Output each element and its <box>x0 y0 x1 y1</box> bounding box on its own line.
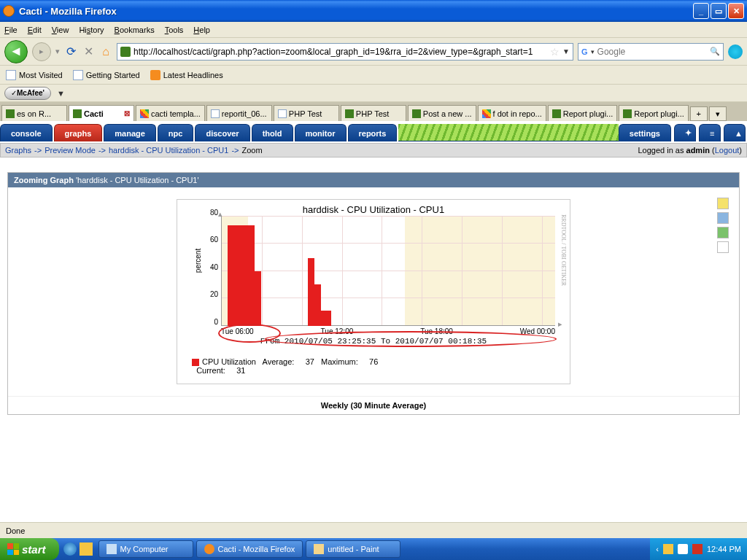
clock[interactable]: 12:44 PM <box>707 545 741 553</box>
window-title: Cacti - Mozilla Firefox <box>19 6 693 17</box>
cacti-icon <box>412 109 421 118</box>
ytick: 20 <box>201 290 218 298</box>
cacti-tab-console[interactable]: console <box>0 124 53 141</box>
tab-post-new[interactable]: Post a new ... <box>408 105 476 121</box>
mcafee-bar: ✓ McAfee' ▼ <box>0 85 747 102</box>
titlebar: Cacti - Mozilla Firefox _ ▭ ✕ <box>0 0 747 22</box>
nav-toolbar: ◄ ▸ ▾ ⟳ ✕ ⌂ ☆ ▼ G ▾ 🔍 <box>0 38 747 66</box>
bookmark-most-visited[interactable]: Most Visited <box>6 70 63 80</box>
close-button[interactable]: ✕ <box>728 3 744 19</box>
crumb-graphs[interactable]: Graphs <box>5 146 31 155</box>
bookmark-star-icon[interactable]: ☆ <box>550 46 560 58</box>
cacti-tab-manage[interactable]: manage <box>104 124 156 141</box>
graph-legend: CPU Utilization Average: 37 Maximum: 76 … <box>177 351 570 384</box>
tray-icon[interactable] <box>663 544 673 554</box>
cacti-icon-button-3[interactable]: ▲ <box>724 124 746 141</box>
tab-php-test-2[interactable]: PHP Test <box>341 105 406 121</box>
cacti-tab-monitor[interactable]: monitor <box>295 124 347 141</box>
menu-view[interactable]: View <box>52 26 69 34</box>
back-button[interactable]: ◄ <box>4 40 28 63</box>
zoom-header: Zooming Graph 'harddisk - CPU Utilizatio… <box>8 173 739 187</box>
crumb-harddisk[interactable]: harddisk - CPU Utilization - CPU1 <box>109 146 228 155</box>
tray-icon[interactable] <box>678 544 688 554</box>
new-tab-button[interactable]: + <box>690 106 708 121</box>
url-input[interactable] <box>133 47 547 57</box>
google-icon <box>482 109 491 118</box>
cacti-tab-graphs[interactable]: graphs <box>54 124 103 141</box>
cacti-tab-discover[interactable]: discover <box>195 124 249 141</box>
tab-close-icon[interactable]: ⊠ <box>124 109 130 117</box>
csv-icon[interactable] <box>717 227 729 238</box>
quick-launch <box>59 542 97 556</box>
menu-edit[interactable]: Edit <box>28 26 42 34</box>
cacti-tab-reports[interactable]: reports <box>348 124 398 141</box>
skype-icon[interactable] <box>728 44 743 59</box>
ytick: 80 <box>201 208 218 216</box>
tab-report-plugi-1[interactable]: Report plugi... <box>548 105 617 121</box>
maximize-button[interactable]: ▭ <box>711 3 727 19</box>
cacti-nav-spacer <box>398 124 618 141</box>
explorer-icon[interactable] <box>80 542 93 556</box>
tab-php-test-1[interactable]: PHP Test <box>274 105 339 121</box>
bookmark-latest-headlines[interactable]: Latest Headlines <box>150 70 223 80</box>
cacti-tab-settings[interactable]: settings <box>619 124 671 141</box>
firefox-icon <box>3 5 15 17</box>
task-paint[interactable]: untitled - Paint <box>306 540 400 558</box>
zoom-icon[interactable] <box>717 212 729 224</box>
task-firefox[interactable]: Cacti - Mozilla Firefox <box>196 540 303 558</box>
ytick: 60 <box>201 236 218 244</box>
tab-es-on-r[interactable]: es on R... <box>1 105 67 121</box>
cacti-icon-button-2[interactable]: ≡ <box>699 124 721 141</box>
breadcrumb: Graphs-> Preview Mode-> harddisk - CPU U… <box>0 143 747 158</box>
menu-tools[interactable]: Tools <box>165 26 184 34</box>
cacti-icon <box>345 109 354 118</box>
tab-cacti[interactable]: Cacti⊠ <box>69 105 134 121</box>
tray-icon[interactable] <box>692 544 703 554</box>
start-button[interactable]: start <box>0 538 59 560</box>
tab-bar: es on R... Cacti⊠ cacti templa... report… <box>0 102 747 121</box>
mcafee-dropdown-icon[interactable]: ▼ <box>57 89 65 98</box>
crumb-preview[interactable]: Preview Mode <box>44 146 96 155</box>
graph[interactable]: harddisk - CPU Utilization - CPU1 RRDTOO… <box>177 199 570 384</box>
login-status: Logged in as admin (Logout) <box>638 146 742 155</box>
tab-f-dot[interactable]: f dot in repo... <box>478 105 546 121</box>
reload-button[interactable]: ⟳ <box>64 44 77 58</box>
url-bar[interactable]: ☆ ▼ <box>117 43 573 61</box>
x-axis: Tue 06:00Tue 12:00Tue 18:00Wed 00:00 <box>177 326 570 335</box>
forward-button[interactable]: ▸ <box>32 42 51 61</box>
cacti-icon-button-1[interactable]: ✦ <box>674 124 696 141</box>
minimize-button[interactable]: _ <box>693 3 709 19</box>
search-bar[interactable]: G ▾ 🔍 <box>578 43 724 61</box>
status-bar: Done <box>0 522 747 538</box>
tab-reportit[interactable]: reportit_06... <box>206 105 272 121</box>
stop-button[interactable]: ✕ <box>82 44 95 58</box>
url-dropdown-icon[interactable]: ▼ <box>562 47 570 55</box>
bookmark-getting-started[interactable]: Getting Started <box>73 70 140 80</box>
tab-cacti-templa[interactable]: cacti templa... <box>136 105 205 121</box>
search-icon[interactable]: 🔍 <box>710 47 720 56</box>
logout-link[interactable]: Logout <box>715 146 740 155</box>
paint-icon <box>314 544 324 554</box>
system-tray[interactable]: ‹ 12:44 PM <box>650 538 747 560</box>
tab-overflow-button[interactable]: ▾ <box>709 106 727 121</box>
menu-history[interactable]: History <box>79 26 104 34</box>
menu-file[interactable]: File <box>4 26 18 34</box>
page-content: console graphs manage npc discover thold… <box>0 121 747 522</box>
home-button[interactable]: ⌂ <box>99 45 112 58</box>
cacti-tab-thold[interactable]: thold <box>252 124 293 141</box>
search-input[interactable] <box>597 47 707 57</box>
firefox-icon <box>204 544 214 554</box>
edit-icon[interactable] <box>717 241 729 253</box>
crumb-zoom: Zoom <box>242 146 263 155</box>
ie-icon[interactable] <box>63 542 77 556</box>
computer-icon <box>107 544 117 554</box>
mcafee-button[interactable]: ✓ McAfee' <box>4 87 51 100</box>
tab-report-plugi-2[interactable]: Report plugi... <box>619 105 688 121</box>
cacti-tab-npc[interactable]: npc <box>158 124 194 141</box>
menu-help[interactable]: Help <box>193 26 210 34</box>
wrench-icon[interactable] <box>717 198 729 209</box>
task-my-computer[interactable]: My Computer <box>98 540 193 558</box>
menu-bookmarks[interactable]: Bookmarks <box>115 26 155 34</box>
cacti-icon <box>552 109 561 118</box>
ytick: 0 <box>201 318 218 326</box>
